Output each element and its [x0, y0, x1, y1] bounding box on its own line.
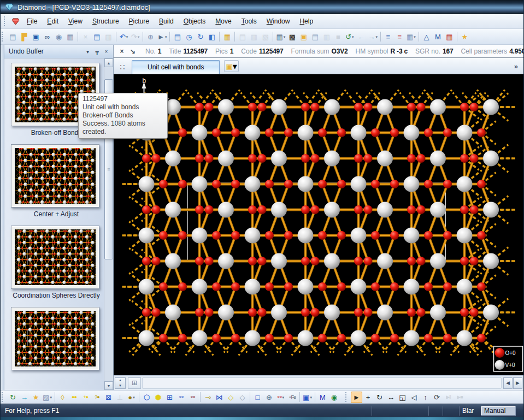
picture-history-button[interactable]: ↺▾ — [344, 31, 355, 43]
split-window-button[interactable]: ◧ — [206, 31, 217, 43]
picture-wizard-button[interactable]: ▨▾ — [42, 392, 53, 403]
create-bond-button[interactable]: ⊸ — [202, 392, 214, 403]
menubar-grip[interactable] — [4, 16, 7, 26]
add-atom-button[interactable]: +● — [80, 392, 91, 403]
new-document-button[interactable]: ▤ — [7, 31, 19, 43]
tab-overview-icon[interactable]: ∷ — [115, 61, 129, 74]
pointer-button[interactable]: ►▾ — [156, 31, 168, 43]
destroy-all-polyhedra-button[interactable]: ×× — [187, 392, 198, 403]
rotate-z-tool-button[interactable]: ↻ — [374, 392, 385, 403]
jump-last-button[interactable]: ↘ — [128, 46, 138, 56]
navigator-window-button[interactable]: ▤ — [172, 31, 183, 43]
dock-menu-button[interactable]: ▾ — [83, 47, 92, 56]
toolbar-grip[interactable] — [2, 32, 5, 42]
restore-view-button[interactable]: ↻ — [195, 31, 206, 43]
hexagon-outline-button[interactable]: ⬡ — [141, 392, 152, 403]
menu-file[interactable]: File — [22, 15, 42, 27]
properties-panel-button[interactable]: ≡ — [382, 31, 394, 43]
unit-cell-edges-button[interactable]: □ — [252, 392, 263, 403]
atom-parameters-button[interactable]: ?● — [91, 392, 103, 403]
picture-spinner[interactable]: ▲ ▼ — [115, 377, 126, 389]
spin-tool-button[interactable]: ⟳ — [431, 392, 443, 403]
menu-help[interactable]: Help — [295, 15, 318, 27]
distances-histogram-button[interactable]: △ — [421, 31, 432, 43]
move-tool-button[interactable]: ↔ — [385, 392, 397, 403]
structure-wizard-button[interactable]: ★ — [30, 392, 42, 403]
close-table-button[interactable]: × — [117, 46, 127, 56]
dock-pin-button[interactable]: ┳ — [92, 47, 102, 56]
open-folder-button[interactable]: ▛ — [19, 31, 30, 43]
scroll-right-button[interactable]: ▶ — [513, 377, 522, 389]
add-all-atoms-button[interactable]: ●● — [68, 392, 80, 403]
undo-item-2[interactable] — [11, 144, 99, 208]
copy-picture-button[interactable]: ▤ — [309, 31, 321, 43]
menu-window[interactable]: Window — [262, 15, 295, 27]
picture-active-button[interactable]: ▩ — [286, 31, 298, 43]
atom-legend[interactable]: O+0V+0 — [494, 346, 523, 371]
status-edit-box[interactable]: Manual — [481, 406, 516, 416]
table-view-button[interactable]: ▦▾ — [405, 31, 417, 43]
structure-grid-button[interactable]: ▦▾ — [275, 31, 286, 43]
toolbar-grip[interactable] — [345, 392, 349, 402]
find-button[interactable]: ∞ — [42, 31, 53, 43]
tilt-tool-button[interactable]: ↑ — [420, 392, 431, 403]
undo-item-4[interactable] — [11, 307, 99, 370]
undo-button[interactable]: ↶▾ — [118, 31, 129, 43]
rotate-free-tool-button[interactable]: + — [362, 392, 374, 403]
menu-build[interactable]: Build — [154, 15, 179, 27]
menu-edit[interactable]: Edit — [42, 15, 63, 27]
edit-bonds-yellow-button[interactable]: ◇ — [225, 392, 237, 403]
measure-mode-button[interactable]: M — [317, 392, 328, 403]
data-table-button[interactable]: ▦ — [221, 31, 233, 43]
assistants-button[interactable]: ★ — [459, 31, 470, 43]
view-direction-tool-button[interactable]: ◁ — [408, 392, 420, 403]
new-picture-button[interactable]: ▣ ▾ — [224, 60, 238, 72]
menu-view[interactable]: View — [63, 15, 87, 27]
render-options-button[interactable]: ◉ — [328, 392, 340, 403]
update-picture-button[interactable]: ↻ — [7, 392, 19, 403]
coordination-net-button[interactable]: ⊠ — [103, 392, 114, 403]
copy-button[interactable]: ▤ — [91, 31, 103, 43]
zoom-tool-button[interactable]: ◱ — [397, 392, 408, 403]
menu-tools[interactable]: Tools — [237, 15, 262, 27]
atom-labels-fe-button[interactable]: ∘Fe — [286, 392, 298, 403]
build-polyhedra-button[interactable]: ⊞ — [164, 392, 175, 403]
undo-item-3[interactable] — [11, 226, 99, 289]
apply-to-picture-button[interactable]: → — [19, 392, 30, 403]
delete-atoms-button[interactable]: ××▾ — [275, 392, 286, 403]
history-window-button[interactable]: ◷ — [183, 31, 195, 43]
destroy-polyhedra-button[interactable]: ×× — [175, 392, 187, 403]
scroll-down-button[interactable]: ▼ — [104, 381, 113, 390]
data-brief-button[interactable]: ≡ — [394, 31, 405, 43]
new-picture-button[interactable]: ▣ — [298, 31, 309, 43]
scroll-left-button[interactable]: ◀ — [503, 377, 513, 389]
pan-button[interactable]: ⊕ — [145, 31, 156, 43]
picture-grid-button[interactable]: ⊞ — [128, 377, 141, 389]
document-icon[interactable] — [11, 18, 20, 25]
print-preview-button[interactable]: ◉ — [53, 31, 64, 43]
select-tool-button[interactable]: ► — [351, 392, 362, 403]
fill-cell-atoms-button[interactable]: ▣▾ — [302, 392, 313, 403]
fill-color-button[interactable]: ◊ — [57, 392, 68, 403]
toolbar-grip[interactable] — [2, 392, 5, 402]
dock-close-button[interactable]: × — [102, 47, 111, 56]
menu-picture[interactable]: Picture — [124, 15, 154, 27]
edit-bonds-gray-button[interactable]: ◇ — [237, 392, 248, 403]
save-button[interactable]: ▣ — [30, 31, 42, 43]
scroll-up-button[interactable]: ▲ — [104, 58, 113, 67]
atom-design-button[interactable]: ●▾ — [126, 392, 137, 403]
powder-pattern-button[interactable]: M — [432, 31, 444, 43]
hscrollbar-track[interactable] — [142, 377, 502, 389]
tab-unit-cell-with-bonds[interactable]: Unit cell with bonds — [132, 60, 220, 74]
bond-groups-button[interactable]: ⋈ — [214, 392, 225, 403]
colored-table-button[interactable]: ▦ — [444, 31, 455, 43]
tab-overflow-button[interactable]: » — [514, 62, 518, 70]
export-picture-button[interactable]: →▾ — [367, 31, 379, 43]
packing-range-button[interactable]: ⊕ — [263, 392, 275, 403]
menu-move[interactable]: Move — [210, 15, 236, 27]
hexagon-filled-button[interactable]: ⬢ — [152, 392, 164, 403]
menu-structure[interactable]: Structure — [87, 15, 124, 27]
menu-objects[interactable]: Objects — [179, 15, 211, 27]
print-button[interactable]: ▦ — [64, 31, 76, 43]
structure-canvas[interactable]: bcO+0V+0 — [114, 74, 524, 375]
